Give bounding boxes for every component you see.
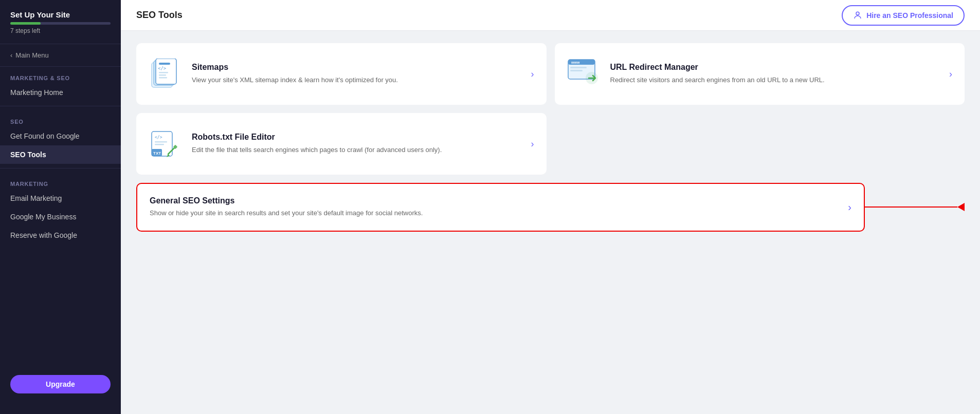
- main-content: SEO Tools Hire an SEO Professional: [121, 0, 980, 414]
- hire-seo-button[interactable]: Hire an SEO Professional: [842, 5, 965, 26]
- section-label-marketing: Marketing: [0, 173, 121, 189]
- upgrade-button[interactable]: Upgrade: [10, 375, 111, 393]
- robots-card[interactable]: TXT </> Robots.txt File Editor Edit the …: [136, 113, 547, 175]
- general-seo-card[interactable]: General SEO Settings Show or hide your s…: [136, 183, 865, 232]
- svg-rect-21: [155, 144, 164, 145]
- progress-bar-fill: [10, 22, 41, 25]
- general-seo-arrow-icon: ›: [848, 201, 851, 213]
- hire-btn-label: Hire an SEO Professional: [866, 11, 953, 20]
- sitemaps-content: Sitemaps View your site's XML sitemap in…: [192, 63, 516, 85]
- svg-point-0: [856, 12, 859, 15]
- red-arrow-annotation: [865, 203, 965, 211]
- sidebar-item-marketing-home[interactable]: Marketing Home: [0, 83, 121, 102]
- robots-content: Robots.txt File Editor Edit the file tha…: [192, 133, 516, 155]
- general-seo-title: General SEO Settings: [150, 196, 423, 205]
- sidebar-divider-2: [0, 168, 121, 168]
- svg-text:</>: </>: [158, 66, 167, 71]
- general-seo-content: General SEO Settings Show or hide your s…: [150, 196, 423, 218]
- main-menu-label: Main Menu: [15, 51, 48, 59]
- sidebar-upgrade: Upgrade: [0, 365, 121, 404]
- progress-bar-background: [10, 22, 111, 25]
- person-icon: [853, 11, 862, 20]
- section-label-seo: SEO: [0, 110, 121, 127]
- url-redirect-svg: www: [567, 59, 600, 89]
- svg-rect-7: [159, 74, 166, 76]
- robots-title: Robots.txt File Editor: [192, 133, 516, 142]
- sidebar-divider-1: [0, 106, 121, 106]
- sidebar-item-email-marketing[interactable]: Email Marketing: [0, 189, 121, 208]
- topbar: SEO Tools Hire an SEO Professional: [121, 0, 980, 31]
- url-redirect-icon: www: [567, 58, 600, 90]
- sidebar-item-label: Email Marketing: [10, 194, 62, 202]
- sitemaps-title: Sitemaps: [192, 63, 516, 72]
- robots-row: TXT </> Robots.txt File Editor Edit the …: [136, 113, 965, 175]
- sidebar-item-seo-tools[interactable]: SEO Tools: [0, 145, 121, 164]
- sidebar-item-label: Reserve with Google: [10, 231, 77, 239]
- content-area: </> Sitemaps View your site's XML sitema…: [121, 31, 980, 414]
- url-redirect-desc: Redirect site visitors and search engine…: [610, 75, 934, 85]
- sidebar-item-label: Marketing Home: [10, 88, 63, 97]
- url-redirect-title: URL Redirect Manager: [610, 63, 934, 72]
- svg-rect-14: [570, 70, 583, 71]
- sitemaps-desc: View your site's XML sitemap index & lea…: [192, 75, 516, 85]
- svg-rect-20: [155, 141, 167, 143]
- url-redirect-card[interactable]: www URL Redirect Manager Redirect site v…: [555, 43, 965, 105]
- url-redirect-content: URL Redirect Manager Redirect site visit…: [610, 63, 934, 85]
- sidebar-scroll: ‹ Main Menu Marketing & SEO Marketing Ho…: [0, 44, 121, 365]
- robots-empty-column: [555, 113, 965, 175]
- sidebar-item-google-my-business[interactable]: Google My Business: [0, 208, 121, 226]
- svg-rect-4: [159, 63, 170, 65]
- robots-svg: TXT </>: [150, 128, 180, 159]
- sidebar-item-get-found[interactable]: Get Found on Google: [0, 127, 121, 145]
- red-arrow-line: [865, 206, 957, 208]
- svg-rect-6: [159, 72, 168, 73]
- robots-icon: TXT </>: [149, 127, 182, 160]
- top-cards-grid: </> Sitemaps View your site's XML sitema…: [136, 43, 965, 105]
- sidebar: Set Up Your Site 7 steps left ‹ Main Men…: [0, 0, 121, 414]
- svg-text:</>: </>: [155, 135, 162, 140]
- url-redirect-arrow-icon: ›: [949, 69, 952, 80]
- general-seo-desc: Show or hide your site in search results…: [150, 208, 423, 218]
- robots-desc: Edit the file that tells search engines …: [192, 145, 516, 155]
- sitemaps-card[interactable]: </> Sitemaps View your site's XML sitema…: [136, 43, 547, 105]
- svg-text:TXT: TXT: [153, 151, 161, 156]
- section-label-marketing-seo: Marketing & SEO: [0, 67, 121, 83]
- sitemaps-arrow-icon: ›: [531, 69, 534, 80]
- robots-arrow-icon: ›: [531, 139, 534, 149]
- svg-rect-13: [570, 67, 587, 68]
- svg-rect-8: [159, 77, 167, 79]
- steps-left: 7 steps left: [10, 27, 111, 34]
- red-arrowhead-icon: [957, 203, 965, 211]
- sitemaps-svg: </>: [150, 59, 180, 89]
- sidebar-item-reserve-with-google[interactable]: Reserve with Google: [0, 226, 121, 244]
- page-title: SEO Tools: [136, 10, 183, 21]
- sidebar-setup: Set Up Your Site 7 steps left: [0, 10, 121, 44]
- sidebar-item-label: SEO Tools: [10, 150, 46, 159]
- chevron-left-icon: ‹: [10, 51, 12, 59]
- main-menu-link[interactable]: ‹ Main Menu: [0, 44, 121, 67]
- sidebar-item-label: Get Found on Google: [10, 132, 80, 140]
- sitemaps-icon: </>: [149, 58, 182, 90]
- general-seo-section: General SEO Settings Show or hide your s…: [136, 183, 965, 232]
- setup-title: Set Up Your Site: [10, 10, 111, 19]
- svg-rect-3: [156, 59, 176, 84]
- sidebar-item-label: Google My Business: [10, 213, 76, 221]
- svg-text:www: www: [571, 61, 580, 64]
